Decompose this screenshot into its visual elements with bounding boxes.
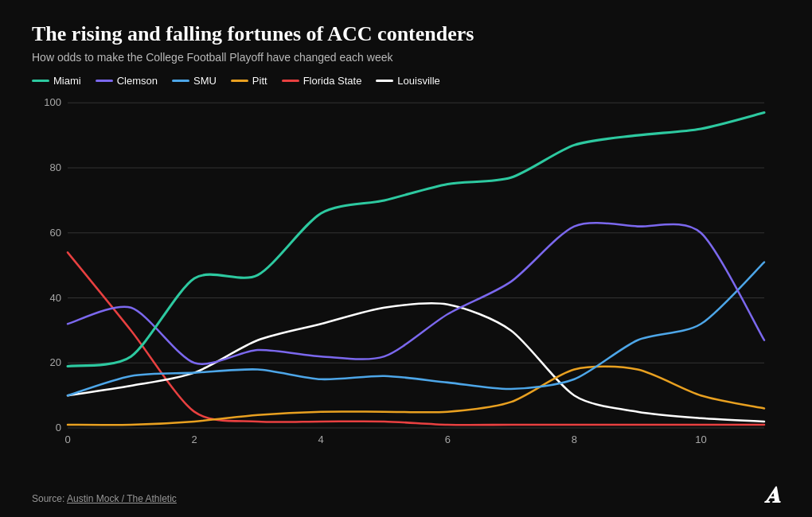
legend-pitt-line xyxy=(231,80,248,82)
svg-text:60: 60 xyxy=(50,227,61,239)
legend-floridastate-label: Florida State xyxy=(303,75,362,87)
legend-pitt-label: Pitt xyxy=(252,75,267,87)
legend-pitt: Pitt xyxy=(231,75,267,87)
svg-text:0: 0 xyxy=(56,422,61,433)
legend-miami-label: Miami xyxy=(53,75,81,87)
chart-subtitle: How odds to make the College Football Pl… xyxy=(32,51,780,64)
svg-text:0: 0 xyxy=(64,433,70,445)
legend-clemson: Clemson xyxy=(96,75,158,87)
legend-louisville: Louisville xyxy=(376,75,439,87)
chart-svg: 0204060801000246810 xyxy=(32,95,780,461)
svg-text:8: 8 xyxy=(572,433,577,445)
svg-text:6: 6 xyxy=(445,433,451,445)
chart-area: 0204060801000246810 xyxy=(32,95,780,461)
svg-text:2: 2 xyxy=(191,433,197,445)
legend-clemson-line xyxy=(96,80,113,82)
legend-floridastate: Florida State xyxy=(282,75,362,87)
legend-floridastate-line xyxy=(282,80,299,82)
legend-miami-line xyxy=(32,80,49,82)
chart-title: The rising and falling fortunes of ACC c… xyxy=(32,22,780,46)
legend-smu-label: SMU xyxy=(193,75,217,87)
svg-text:40: 40 xyxy=(50,292,61,304)
athletic-logo: 𝐀 xyxy=(764,483,780,509)
chart-footer: Source: Austin Mock / The Athletic xyxy=(32,493,177,504)
legend-louisville-line xyxy=(376,80,393,82)
legend-clemson-label: Clemson xyxy=(117,75,158,87)
svg-text:100: 100 xyxy=(44,96,61,108)
svg-text:80: 80 xyxy=(50,161,61,173)
chart-legend: Miami Clemson SMU Pitt Florida State Lou… xyxy=(32,75,780,87)
legend-miami: Miami xyxy=(32,75,81,87)
svg-text:4: 4 xyxy=(318,433,324,445)
svg-text:10: 10 xyxy=(695,433,706,445)
source-link[interactable]: Austin Mock / The Athletic xyxy=(67,493,177,504)
svg-text:20: 20 xyxy=(50,356,61,368)
legend-louisville-label: Louisville xyxy=(397,75,439,87)
legend-smu-line xyxy=(172,80,189,82)
legend-smu: SMU xyxy=(172,75,217,87)
page-container: The rising and falling fortunes of ACC c… xyxy=(0,0,812,517)
